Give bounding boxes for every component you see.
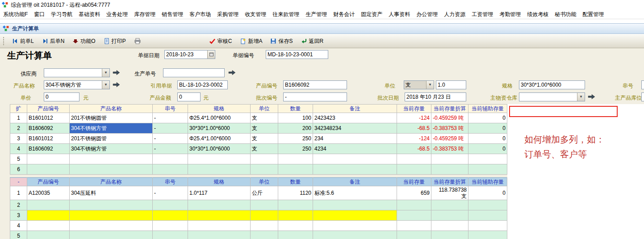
cell-serial[interactable]: - [153,113,188,123]
row-number[interactable]: 3 [10,134,27,144]
cell-stock-conv[interactable] [431,221,468,231]
cell-product-name[interactable] [70,200,153,210]
row-number[interactable]: 1 [10,113,27,123]
cell-product-name[interactable] [70,154,153,164]
warehouse-select[interactable]: ▼ [519,92,585,101]
cell-note[interactable]: 234 [313,134,397,144]
cell-spec[interactable] [188,200,251,210]
batch-no-input[interactable]: - [283,92,347,101]
cell-note[interactable] [313,231,397,239]
cell-note[interactable]: 342348234 [313,123,397,134]
header-product-name[interactable]: 产品名称 [70,105,153,113]
cell-aux-stock[interactable] [468,200,507,210]
cell-qty[interactable] [278,231,313,239]
cell-note[interactable] [313,221,397,231]
cell-stock[interactable] [397,221,431,231]
audit-button[interactable]: 审核C [205,36,236,47]
cell-qty[interactable] [278,164,313,175]
cell-spec[interactable] [188,164,251,175]
print-button[interactable]: 打印P [100,36,130,47]
cell-stock[interactable]: -68.5 [397,123,431,134]
header-stock[interactable]: 当前存量 [397,178,431,186]
cell-note[interactable] [313,164,397,175]
menu-fixed-assets[interactable]: 固定资产 [358,10,385,19]
cell-stock-conv[interactable]: -0.383753 吨 [431,144,468,154]
calendar-dropdown-button[interactable] [207,50,215,59]
price-input[interactable]: 0 [44,92,79,101]
header-unit[interactable]: 单位 [251,105,278,113]
menu-personnel[interactable]: 人事资料 [385,10,413,19]
header-product-code[interactable]: 产品编号 [27,178,70,186]
cell-unit[interactable] [251,221,278,231]
production-no-input[interactable] [163,68,225,77]
new-button[interactable]: 新增A [236,36,266,47]
cell-aux-stock[interactable] [468,164,507,175]
cell-product-code[interactable] [27,210,70,221]
amount-input[interactable]: 0 [177,92,201,101]
location-input[interactable] [641,92,644,101]
cell-qty[interactable]: 100 [278,113,313,123]
ref-bill-input[interactable]: BL-18-10-23-0002 [177,80,228,89]
cell-aux-stock[interactable] [468,210,507,221]
cell-stock[interactable]: -68.5 [397,144,431,154]
cell-aux-stock[interactable]: 0 [468,144,507,154]
cell-stock[interactable]: 659 [397,186,431,200]
cell-product-code[interactable] [27,200,70,210]
cell-qty[interactable]: 250 [278,144,313,154]
menu-finance[interactable]: 财务会计 [330,10,358,19]
header-qty[interactable]: 数量 [278,178,313,186]
cell-product-code[interactable]: A120035 [27,186,70,200]
cell-qty[interactable] [278,221,313,231]
cell-note[interactable] [313,154,397,164]
batch-date-input[interactable]: 2018 年10 月23 日 [405,92,466,101]
header-aux-stock[interactable]: 当前辅助存量 [468,178,507,186]
product-name-dropdown-button[interactable]: ▼ [102,81,109,89]
cell-product-name[interactable]: 201不锈钢圆管 [70,113,153,123]
production-no-lookup-icon[interactable] [228,70,236,75]
cell-product-code[interactable] [27,221,70,231]
menu-office[interactable]: 办公管理 [413,10,441,19]
cell-note[interactable]: 4234 [313,144,397,154]
header-expand[interactable]: 扩 [10,105,27,113]
cell-product-name-selected[interactable]: 304不锈钢方管 [70,123,153,134]
menu-purchase[interactable]: 采购管理 [214,10,242,19]
header-note[interactable]: 备注 [313,105,397,113]
cell-stock-conv[interactable] [431,231,468,239]
cell-unit[interactable] [251,210,278,221]
save-button[interactable]: 保存S [266,36,297,47]
cell-product-code[interactable]: B1601012 [27,134,70,144]
row-number[interactable]: 4 [10,221,27,231]
cell-product-code[interactable]: B1606092 [27,123,70,134]
supplier-dropdown-button[interactable]: ▼ [102,69,109,77]
cell-stock[interactable] [397,200,431,210]
cell-stock-conv[interactable]: -0.459259 吨 [431,113,468,123]
row-number[interactable]: 4 [10,144,27,154]
header-serial[interactable]: 串号 [153,178,188,186]
header-serial[interactable]: 串号 [153,105,188,113]
cell-stock[interactable] [397,154,431,164]
cell-note[interactable] [313,200,397,210]
cell-serial[interactable] [153,210,188,221]
header-spec[interactable]: 规格 [188,105,251,113]
product-name-select[interactable]: 304不锈钢方管 ▼ [44,80,110,89]
cell-stock-conv[interactable] [431,164,468,175]
printer-icon-button[interactable] [130,36,147,46]
cell-product-code[interactable] [27,164,70,175]
cell-stock[interactable] [397,210,431,221]
cell-spec[interactable] [188,221,251,231]
cell-unit[interactable] [251,200,278,210]
cell-unit[interactable] [251,164,278,175]
cell-unit[interactable] [251,154,278,164]
row-number[interactable]: 6 [10,164,27,175]
cell-qty[interactable]: 200 [278,123,313,134]
cell-product-name[interactable]: 304不锈钢方管 [70,144,153,154]
cell-serial[interactable] [153,154,188,164]
cell-spec[interactable] [188,210,251,221]
menu-base-data[interactable]: 基础资料 [75,10,103,19]
header-stock[interactable]: 当前存量 [397,105,431,113]
cell-stock[interactable] [397,231,431,239]
row-number[interactable]: 2 [10,200,27,210]
cell-stock-conv[interactable]: -0.459259 吨 [431,134,468,144]
cell-qty[interactable]: 1120 [278,186,313,200]
cell-spec[interactable]: Φ25.4*1.00*6000 [188,134,251,144]
